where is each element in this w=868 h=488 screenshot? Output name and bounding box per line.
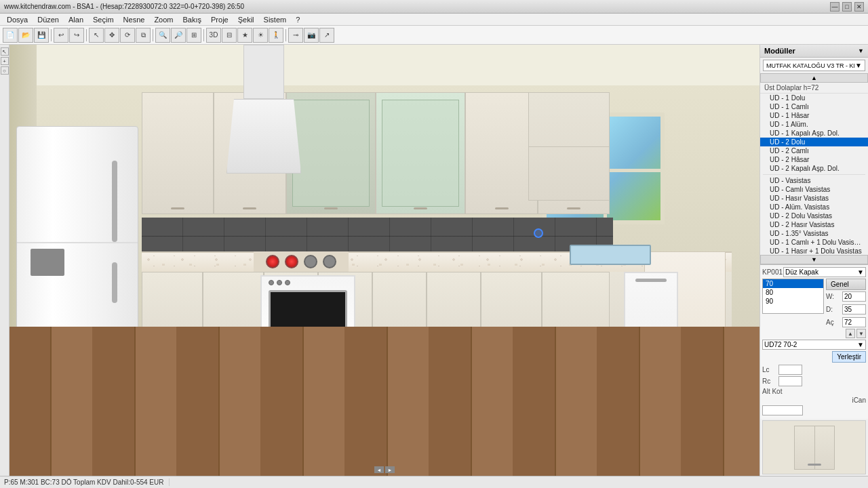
tree-item-ud1alum[interactable]: UD - 1 Alüm.	[760, 120, 868, 129]
kitchen-scene: ◄ ►	[9, 45, 760, 476]
modules-header: Modüller ▼	[760, 45, 868, 58]
menu-item-dosya[interactable]: Dosya	[3, 15, 32, 24]
w-input[interactable]	[842, 291, 866, 302]
tb-export[interactable]: ↗	[319, 28, 334, 43]
tree-item-ud2kapli[interactable]: UD - 2 Kapalı Aşp. Dol.	[760, 164, 868, 173]
tb-new[interactable]: 📄	[3, 28, 18, 43]
d-row: D:	[826, 304, 866, 314]
ceiling	[9, 45, 760, 85]
viewport[interactable]: ◄ ►	[9, 45, 760, 476]
size-item-90[interactable]: 90	[763, 297, 823, 306]
oven-knob-1	[269, 280, 274, 285]
tb-open[interactable]: 📂	[18, 28, 33, 43]
up-arrow-btn[interactable]: ▲	[846, 329, 855, 338]
tb-zoom-out[interactable]: 🔎	[171, 28, 186, 43]
tb-zoom-fit[interactable]: ⊞	[186, 28, 201, 43]
rc-input[interactable]	[778, 376, 802, 386]
burners-container	[254, 251, 349, 272]
size-item-70[interactable]: 70	[763, 279, 823, 288]
left-tb-2[interactable]: +	[1, 57, 9, 65]
genel-button[interactable]: Genel	[826, 279, 866, 290]
tree-item-ud2dolu[interactable]: UD - 2 Dolu	[760, 138, 868, 146]
tree-item-ud2hasar[interactable]: UD - 2 Hâsar	[760, 155, 868, 164]
tree-item-ud2camli[interactable]: UD - 2 Camlı	[760, 146, 868, 155]
menu-item-alan[interactable]: Alan	[64, 15, 87, 24]
menu-item-zoom[interactable]: Zoom	[150, 15, 177, 24]
dimension-panel: Genel W: D: Aç	[826, 279, 866, 329]
viewport-nav: ◄ ►	[374, 466, 395, 473]
tb-zoom-in[interactable]: 🔍	[155, 28, 170, 43]
down-arrow-btn[interactable]: ▼	[856, 329, 866, 338]
a-row: Aç	[826, 317, 866, 327]
panel-scroll-down[interactable]: ▼	[760, 255, 868, 264]
tb-measure[interactable]: ⊸	[288, 28, 303, 43]
panel-scroll-up[interactable]: ▲	[760, 73, 868, 83]
menu-item-düzen[interactable]: Düzen	[33, 15, 63, 24]
lc-row: Lc	[762, 365, 866, 375]
tree-item-ud2dolu_v[interactable]: UD - 2 Dolu Vasistas	[760, 211, 868, 220]
tree-list: UD - 1 DoluUD - 1 CamlıUD - 1 HâsarUD - …	[760, 94, 868, 255]
catalog-dropdown[interactable]: MUTFAK KATALOĞU V3 TR - KL ▼	[763, 60, 865, 71]
d-input[interactable]	[842, 304, 866, 314]
tree-item-ud1hasar_v[interactable]: UD - 1 Hasır + 1 Dolu Vasistas	[760, 247, 868, 255]
nav-right[interactable]: ►	[385, 466, 395, 473]
tree-separator	[763, 174, 865, 175]
left-tb-1[interactable]: ↖	[1, 47, 9, 56]
upper-cab-3-glass	[286, 92, 376, 214]
tb-move[interactable]: ✥	[104, 28, 119, 43]
lc-input[interactable]	[778, 365, 802, 375]
tb-render[interactable]: ★	[237, 28, 252, 43]
tree-item-udcamli_v[interactable]: UD - Camlı Vasistas	[760, 185, 868, 194]
tb-camera[interactable]: 📷	[304, 28, 319, 43]
upper-cab-right	[528, 92, 610, 201]
tb-save[interactable]: 💾	[34, 28, 49, 43]
menu-item-?[interactable]: ?	[292, 15, 304, 24]
status-coords: P:65 M:301 BC:73 DÖ Toplam KDV Dahil:0-5…	[4, 479, 170, 486]
tb-rotate[interactable]: ⟳	[120, 28, 135, 43]
catalog-arrow: ▼	[855, 62, 862, 69]
tb-plan[interactable]: ⊟	[222, 28, 237, 43]
menu-item-bakış[interactable]: Bakış	[179, 15, 206, 24]
tree-item-udvasistas[interactable]: UD - Vasistas	[760, 176, 868, 185]
bp-kp001-row: KP001 Düz Kapak ▼	[762, 267, 866, 277]
minimize-button[interactable]: —	[830, 2, 840, 12]
tb-3d[interactable]: 3D	[206, 28, 221, 43]
menu-item-seçim[interactable]: Seçim	[89, 15, 118, 24]
tree-item-ud1kapli[interactable]: UD - 1 Kapalı Aşp. Dol.	[760, 129, 868, 138]
tb-light[interactable]: ☀	[253, 28, 268, 43]
close-button[interactable]: ✕	[854, 2, 864, 12]
tree-item-ud1camli[interactable]: UD - 1 Camlı	[760, 102, 868, 111]
nav-left[interactable]: ◄	[374, 466, 384, 473]
tb-walk[interactable]: 🚶	[269, 28, 283, 43]
menu-item-nesne[interactable]: Nesne	[119, 15, 149, 24]
main: ↖ + ○	[0, 45, 868, 476]
dishwasher-handle	[635, 279, 667, 282]
tree-item-udalum_v[interactable]: UD - Alüm. Vasistas	[760, 203, 868, 211]
menu-item-sistem[interactable]: Sistem	[260, 15, 291, 24]
yerlestir-button[interactable]: Yerleştir	[832, 351, 866, 363]
menu-item-şekil[interactable]: Şekil	[234, 15, 258, 24]
category-label: Üst Dolaplar h=72	[760, 83, 868, 94]
upper-cab-right-top	[529, 93, 609, 147]
menu-item-proje[interactable]: Proje	[207, 15, 233, 24]
tree-item-ud2hasar_v[interactable]: UD - 2 Hasır Vasistas	[760, 220, 868, 229]
maximize-button[interactable]: □	[842, 2, 852, 12]
size-list[interactable]: 708090	[762, 279, 824, 314]
tree-item-ud1camli_v[interactable]: UD - 1 Camlı + 1 Dolu Vasistas	[760, 238, 868, 247]
a-input[interactable]	[842, 317, 866, 327]
tree-item-ud1hasar[interactable]: UD - 1 Hâsar	[760, 111, 868, 120]
left-tb-3[interactable]: ○	[1, 66, 9, 75]
tb-select[interactable]: ↖	[89, 28, 104, 43]
tb-redo[interactable]: ↪	[69, 28, 84, 43]
tb-copy[interactable]: ⧉	[136, 28, 151, 43]
tree-item-ud135_v[interactable]: UD - 1.35° Vasistas	[760, 229, 868, 238]
tree-item-udhasar_v[interactable]: UD - Hasır Vasistas	[760, 194, 868, 203]
modules-collapse[interactable]: ▼	[858, 47, 864, 54]
size-item-80[interactable]: 80	[763, 288, 823, 297]
alt-kot-input[interactable]: 1350	[762, 405, 803, 415]
thumb-divider	[814, 426, 815, 469]
tree-item-ud1dolu[interactable]: UD - 1 Dolu	[760, 94, 868, 102]
duz-kapak-combo[interactable]: Düz Kapak ▼	[783, 267, 866, 277]
tb-undo[interactable]: ↩	[54, 28, 68, 43]
module-code-combo[interactable]: UD72 70-2 ▼	[762, 340, 866, 350]
